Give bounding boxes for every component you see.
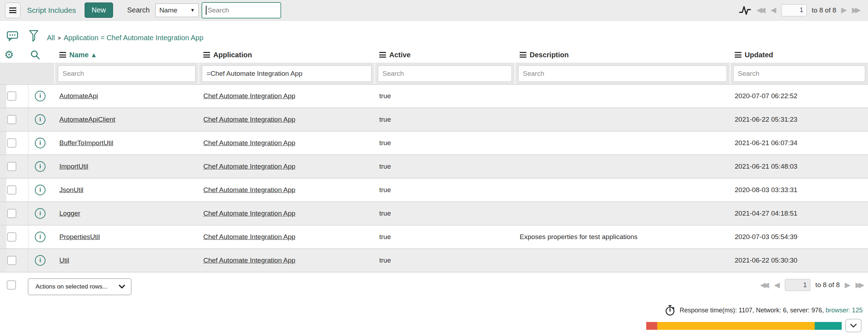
column-menu-icon — [735, 52, 741, 58]
next-page-icon[interactable]: ▶ — [845, 281, 851, 289]
row-checkbox[interactable] — [7, 185, 16, 195]
row-checkbox[interactable] — [7, 232, 16, 242]
record-updated-value: 2020-08-03 03:33:31 — [730, 186, 797, 194]
column-header-description[interactable]: Description — [515, 51, 730, 59]
gear-icon[interactable]: ⚙ — [4, 49, 14, 60]
filter-input-active[interactable] — [378, 65, 512, 82]
record-application-link[interactable]: Chef Automate Integration App — [199, 186, 295, 194]
record-updated-value: 2021-06-22 05:30:30 — [730, 257, 797, 264]
record-name-link[interactable]: AutomateApi — [55, 92, 98, 100]
actions-on-selected-rows-select[interactable]: Actions on selected rows... — [28, 278, 132, 295]
info-icon[interactable]: i — [35, 91, 45, 101]
row-checkbox[interactable] — [7, 115, 16, 124]
row-checkbox[interactable] — [7, 256, 16, 265]
record-application-link[interactable]: Chef Automate Integration App — [199, 257, 295, 264]
column-header-name[interactable]: Name ▲ — [55, 51, 199, 59]
chat-bubble-icon[interactable] — [6, 30, 18, 42]
next-page-icon[interactable]: ▶ — [841, 6, 847, 14]
text-caret — [206, 6, 207, 15]
record-name-link[interactable]: Util — [55, 257, 69, 264]
record-application-link[interactable]: Chef Automate Integration App — [199, 233, 295, 241]
column-header-application[interactable]: Application — [199, 51, 375, 59]
info-icon[interactable]: i — [35, 114, 45, 125]
record-active-value: true — [375, 139, 391, 147]
filter-input-description[interactable] — [518, 65, 727, 82]
record-active-value: true — [375, 233, 391, 240]
column-search-icon[interactable] — [30, 49, 41, 60]
record-name-link[interactable]: Logger — [55, 210, 80, 217]
first-page-icon[interactable]: ◀◀ — [756, 6, 763, 14]
record-description-value — [515, 257, 520, 264]
info-icon[interactable]: i — [35, 232, 45, 242]
filter-funnel-icon[interactable] — [28, 30, 39, 42]
column-header-active[interactable]: Active — [375, 51, 515, 59]
record-updated-value: 2020-07-03 05:54:39 — [730, 233, 797, 240]
record-name-link[interactable]: BufferToImportUtil — [55, 139, 113, 147]
timing-segment-browser — [815, 322, 842, 330]
record-application-link[interactable]: Chef Automate Integration App — [199, 210, 295, 217]
info-icon[interactable]: i — [35, 185, 45, 195]
filter-lead-cell — [0, 63, 55, 84]
page-number-input[interactable] — [785, 279, 810, 291]
record-name-link[interactable]: JsonUtil — [55, 186, 84, 194]
browser-time-link[interactable]: browser: 125 — [826, 307, 863, 314]
activity-pulse-icon[interactable] — [739, 4, 751, 16]
info-icon[interactable]: i — [35, 208, 45, 219]
previous-page-icon[interactable]: ◀ — [774, 281, 780, 289]
table-row: i Util Chef Automate Integration App tru… — [0, 249, 868, 273]
info-icon[interactable]: i — [35, 138, 45, 148]
column-header-row: ⚙ Name ▲ Application Active Description — [0, 47, 868, 63]
row-checkbox[interactable] — [7, 138, 16, 148]
previous-page-icon[interactable]: ◀ — [771, 6, 776, 14]
row-gutter — [0, 202, 6, 225]
search-label: Search — [127, 6, 150, 14]
row-gutter — [0, 249, 6, 272]
row-checkbox[interactable] — [7, 209, 16, 218]
record-name-link[interactable]: PropertiesUtil — [55, 233, 100, 241]
chevron-down-icon — [119, 285, 125, 289]
record-application-link[interactable]: Chef Automate Integration App — [199, 92, 295, 100]
select-all-checkbox[interactable] — [7, 280, 16, 290]
column-menu-icon — [379, 52, 386, 58]
row-checkbox[interactable] — [7, 91, 16, 101]
chevron-down-icon: ▼ — [190, 7, 195, 13]
record-updated-value: 2020-07-07 06:22:52 — [730, 92, 797, 100]
record-description-value — [515, 210, 520, 217]
row-gutter — [0, 155, 6, 178]
list-menu-button[interactable] — [5, 2, 21, 18]
table-row: i JsonUtil Chef Automate Integration App… — [0, 179, 868, 202]
row-checkbox[interactable] — [7, 162, 16, 171]
collapse-stats-button[interactable] — [845, 319, 862, 332]
table-row: i AutomateApiClient Chef Automate Integr… — [0, 108, 868, 132]
filter-input-application[interactable] — [202, 65, 371, 82]
record-updated-value: 2021-04-27 04:18:51 — [730, 210, 797, 217]
timing-segment-network — [646, 322, 657, 330]
search-column-select[interactable]: Name ▼ — [155, 4, 199, 17]
chevron-down-icon — [850, 323, 857, 328]
row-gutter — [0, 179, 6, 201]
info-icon[interactable]: i — [35, 255, 45, 266]
row-gutter — [0, 108, 6, 131]
breadcrumb-all-link[interactable]: All — [47, 34, 55, 42]
filter-input-updated[interactable] — [733, 65, 865, 82]
first-page-icon[interactable]: ◀◀ — [760, 281, 766, 289]
last-page-icon[interactable]: ▶▶ — [856, 281, 862, 289]
info-icon[interactable]: i — [35, 161, 45, 172]
column-header-updated[interactable]: Updated — [730, 51, 868, 59]
record-application-link[interactable]: Chef Automate Integration App — [199, 163, 295, 170]
hamburger-icon — [9, 7, 16, 13]
new-button[interactable]: New — [85, 2, 113, 18]
page-number-input[interactable] — [781, 4, 807, 16]
filter-input-name[interactable] — [58, 65, 195, 82]
record-name-link[interactable]: ImportUtil — [55, 163, 88, 170]
top-toolbar: Script Includes New Search Name ▼ ◀◀ ◀ t… — [0, 0, 868, 21]
timing-segment-server — [657, 322, 815, 330]
breadcrumb-filter-link[interactable]: Application = Chef Automate Integration … — [64, 34, 203, 42]
table-row: i AutomateApi Chef Automate Integration … — [0, 85, 868, 108]
record-name-link[interactable]: AutomateApiClient — [55, 116, 115, 123]
last-page-icon[interactable]: ▶▶ — [852, 6, 858, 14]
search-input[interactable] — [202, 2, 281, 18]
record-application-link[interactable]: Chef Automate Integration App — [199, 116, 295, 123]
record-application-link[interactable]: Chef Automate Integration App — [199, 139, 295, 147]
record-updated-value: 2021-06-21 05:48:03 — [730, 163, 797, 170]
